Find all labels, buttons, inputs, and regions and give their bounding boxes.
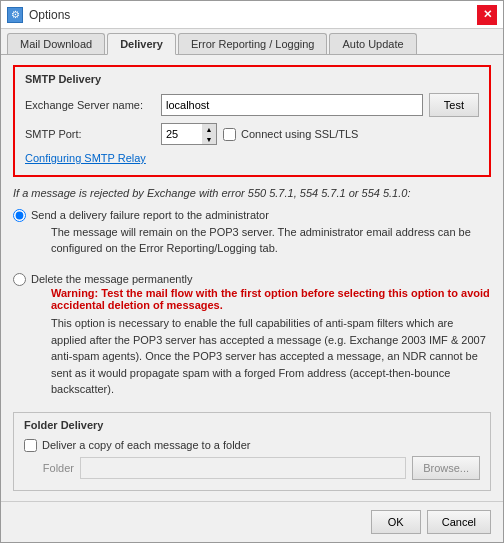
cancel-button[interactable]: Cancel bbox=[427, 510, 491, 534]
footer: OK Cancel bbox=[1, 501, 503, 542]
smtp-delivery-label: SMTP Delivery bbox=[25, 73, 479, 85]
tab-error-reporting[interactable]: Error Reporting / Logging bbox=[178, 33, 328, 54]
test-button[interactable]: Test bbox=[429, 93, 479, 117]
options-window: ⚙ Options ✕ Mail Download Delivery Error… bbox=[0, 0, 504, 543]
smtp-delivery-group: SMTP Delivery Exchange Server name: Test… bbox=[13, 65, 491, 177]
tab-auto-update[interactable]: Auto Update bbox=[329, 33, 416, 54]
radio-delete-details: Warning: Test the mail flow with the fir… bbox=[51, 287, 491, 398]
radio-send-failure-row: Send a delivery failure report to the ad… bbox=[13, 207, 491, 265]
folder-delivery-label: Folder Delivery bbox=[24, 419, 480, 431]
tab-content: SMTP Delivery Exchange Server name: Test… bbox=[1, 55, 503, 501]
tab-delivery[interactable]: Delivery bbox=[107, 33, 176, 55]
ssl-checkbox-row: Connect using SSL/TLS bbox=[223, 128, 358, 141]
radio-delete-row: Delete the message permanently Warning: … bbox=[13, 271, 491, 406]
radio-delete[interactable] bbox=[13, 273, 26, 286]
gear-icon: ⚙ bbox=[7, 7, 23, 23]
exchange-server-input[interactable] bbox=[161, 94, 423, 116]
ssl-checkbox[interactable] bbox=[223, 128, 236, 141]
delete-warning-text: Warning: Test the mail flow with the fir… bbox=[51, 287, 491, 311]
smtp-relay-link[interactable]: Configuring SMTP Relay bbox=[25, 152, 146, 164]
spinner-down-button[interactable]: ▼ bbox=[202, 134, 216, 144]
title-bar: ⚙ Options ✕ bbox=[1, 1, 503, 29]
spinner-up-button[interactable]: ▲ bbox=[202, 124, 216, 134]
smtp-port-label: SMTP Port: bbox=[25, 128, 155, 140]
exchange-server-label: Exchange Server name: bbox=[25, 99, 155, 111]
send-failure-description-text: The message will remain on the POP3 serv… bbox=[51, 224, 491, 257]
folder-delivery-group: Folder Delivery Deliver a copy of each m… bbox=[13, 412, 491, 491]
radio-delete-label: Delete the message permanently bbox=[31, 271, 491, 288]
folder-label: Folder bbox=[24, 462, 74, 474]
title-bar-left: ⚙ Options bbox=[7, 7, 70, 23]
close-button[interactable]: ✕ bbox=[477, 5, 497, 25]
window-title: Options bbox=[29, 8, 70, 22]
ssl-label: Connect using SSL/TLS bbox=[241, 128, 358, 140]
smtp-port-spinner: ▲ ▼ bbox=[161, 123, 217, 145]
radio-send-failure[interactable] bbox=[13, 209, 26, 222]
rejection-note: If a message is rejected by Exchange wit… bbox=[13, 187, 491, 199]
deliver-copy-row: Deliver a copy of each message to a fold… bbox=[24, 439, 480, 452]
browse-button: Browse... bbox=[412, 456, 480, 480]
tab-mail-download[interactable]: Mail Download bbox=[7, 33, 105, 54]
smtp-relay-link-row: Configuring SMTP Relay bbox=[25, 151, 479, 165]
radio-delete-content: Delete the message permanently Warning: … bbox=[31, 271, 491, 406]
delete-description-text: This option is necessary to enable the f… bbox=[51, 315, 491, 398]
folder-path-row: Folder Browse... bbox=[24, 456, 480, 480]
deliver-copy-label: Deliver a copy of each message to a fold… bbox=[42, 439, 251, 451]
smtp-port-row: SMTP Port: ▲ ▼ Connect using SSL/TLS bbox=[25, 123, 479, 145]
deliver-copy-checkbox[interactable] bbox=[24, 439, 37, 452]
tabs-bar: Mail Download Delivery Error Reporting /… bbox=[1, 29, 503, 55]
spinner-buttons: ▲ ▼ bbox=[202, 124, 216, 144]
exchange-server-row: Exchange Server name: Test bbox=[25, 93, 479, 117]
radio-send-failure-label: Send a delivery failure report to the ad… bbox=[31, 207, 491, 224]
smtp-port-input[interactable] bbox=[162, 124, 202, 144]
radio-send-failure-description: The message will remain on the POP3 serv… bbox=[51, 224, 491, 257]
folder-input bbox=[80, 457, 406, 479]
ok-button[interactable]: OK bbox=[371, 510, 421, 534]
radio-send-failure-content: Send a delivery failure report to the ad… bbox=[31, 207, 491, 265]
